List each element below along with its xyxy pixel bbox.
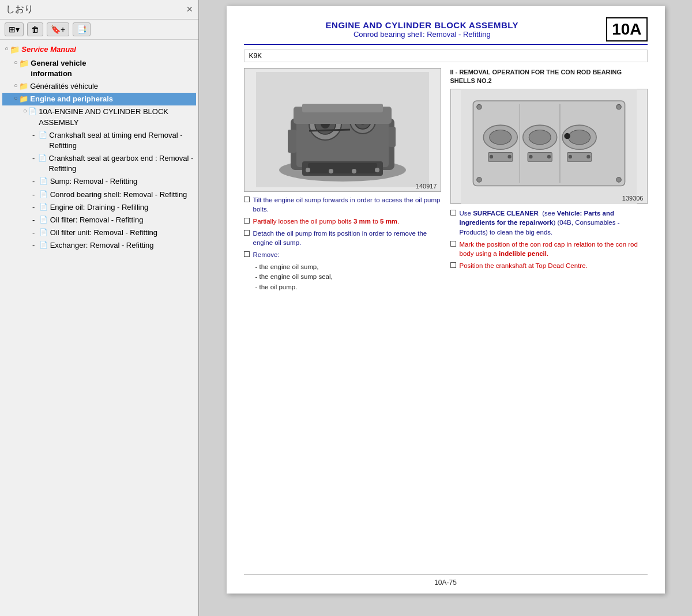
- left-image-caption: 140917: [416, 183, 437, 190]
- bookmark-button[interactable]: 📑: [73, 22, 91, 36]
- svg-point-27: [529, 130, 551, 145]
- svg-point-19: [329, 169, 333, 173]
- spacer: -: [32, 190, 39, 200]
- sub-item-2: - the engine oil sump seal,: [244, 272, 441, 282]
- svg-point-20: [352, 169, 356, 173]
- svg-rect-16: [288, 130, 296, 153]
- spacer: -: [32, 215, 39, 225]
- spacer: -: [32, 176, 39, 187]
- sidebar-item-engine-oil[interactable]: - 📄 Engine oil: Draining - Refilling: [2, 201, 196, 214]
- section-badge: 10A: [606, 17, 647, 41]
- expand-icon: ○: [5, 44, 9, 53]
- sidebar-item-label: Exchanger: Removal - Refitting: [50, 240, 154, 251]
- left-column: 140917 Tilt the engine oil sump forwards…: [244, 68, 441, 292]
- svg-point-29: [568, 130, 590, 145]
- svg-rect-15: [308, 163, 377, 173]
- sidebar-item-label: Engine oil: Draining - Refilling: [50, 202, 149, 213]
- svg-point-39: [564, 133, 570, 139]
- spacer: -: [32, 240, 39, 251]
- delete-button[interactable]: 🗑: [27, 22, 43, 36]
- sidebar-item-exchanger[interactable]: - 📄 Exchanger: Removal - Refitting: [2, 239, 196, 252]
- spacer: -: [32, 153, 38, 164]
- page-main-title: ENGINE AND CYLINDER BLOCK ASSEMBLY: [244, 20, 601, 30]
- left-bullet-1: Tilt the engine oil sump forwards in ord…: [244, 195, 441, 214]
- sidebar-tree[interactable]: ○ 📁 Service Manual ○ 📁 General vehiclein…: [0, 40, 198, 616]
- right-bullet-3: Position the crankshaft at Top Dead Cent…: [450, 261, 648, 270]
- page-sub-title: Conrod bearing shell: Removal - Refittin…: [244, 30, 601, 39]
- bullet-checkbox: [244, 196, 250, 202]
- left-engine-svg: [245, 72, 441, 187]
- bullet-text: Partially loosen the oil pump bolts 3 mm…: [253, 217, 400, 226]
- bullet-checkbox: [244, 251, 250, 257]
- right-bullet-1: Use SURFACE CLEANER (see Vehicle: Parts …: [450, 209, 648, 236]
- page-icon: 📄: [39, 228, 48, 237]
- bullet-checkbox: [450, 210, 456, 216]
- sidebar-item-sump[interactable]: - 📄 Sump: Removal - Refitting: [2, 175, 196, 188]
- bullet-checkbox: [450, 241, 456, 247]
- sidebar-item-engine-peripherals[interactable]: ○ 📁 Engine and peripherals: [2, 93, 196, 105]
- sidebar-item-10a-engine[interactable]: ○ 📄 10A-ENGINE AND CYLINDER BLOCK ASSEMB…: [2, 105, 196, 129]
- sidebar-item-general-vehicle[interactable]: ○ 📁 General vehicleinformation: [2, 57, 196, 80]
- sidebar-item-label: Crankshaft seal at timing end Removal - …: [49, 130, 194, 151]
- svg-point-45: [616, 177, 620, 182]
- sidebar-header: しおり ×: [0, 0, 198, 20]
- sidebar-item-label: 10A-ENGINE AND CYLINDER BLOCK ASSEMBLY: [39, 107, 194, 127]
- right-section-header: II - REMOVAL OPERATION FOR THE CON ROD B…: [450, 68, 648, 86]
- sidebar-item-label: Sump: Removal - Refitting: [50, 176, 138, 187]
- sidebar-item-label: Oil filter: Removal - Refitting: [50, 215, 144, 225]
- page-icon: 📄: [39, 240, 48, 250]
- svg-point-34: [529, 155, 532, 158]
- sidebar-item-crankshaft-gearbox[interactable]: - 📄 Crankshaft seal at gearbox end : Rem…: [2, 152, 196, 175]
- svg-point-43: [616, 105, 620, 109]
- svg-point-21: [375, 168, 379, 172]
- bullet-text: Position the crankshaft at Top Dead Cent…: [460, 261, 588, 270]
- sidebar-item-label: Service Manual: [21, 44, 76, 55]
- sub-item-3: - the oil pump.: [244, 282, 441, 292]
- bullet-checkbox: [244, 230, 250, 236]
- right-column: II - REMOVAL OPERATION FOR THE CON ROD B…: [450, 68, 648, 292]
- sidebar-item-generalites[interactable]: ○ 📁 Généralités véhicule: [2, 80, 196, 93]
- svg-point-44: [476, 177, 481, 182]
- sidebar-item-oil-filter[interactable]: - 📄 Oil filter: Removal - Refitting: [2, 214, 196, 226]
- page-header-title-block: ENGINE AND CYLINDER BLOCK ASSEMBLY Conro…: [244, 20, 601, 39]
- page-icon: 📄: [39, 202, 48, 212]
- bullet-text: Detach the oil pump from its position in…: [253, 229, 441, 247]
- page-icon: 📄: [28, 107, 37, 116]
- sidebar: しおり × ⊞▾ 🗑 🔖+ 📑 ○ 📁 Service Manual ○ 📁 G…: [0, 0, 199, 616]
- sidebar-item-oil-filter-unit[interactable]: - 📄 Oil filter unit: Removal - Refitting: [2, 226, 196, 239]
- svg-point-42: [476, 105, 481, 109]
- svg-rect-13: [302, 104, 383, 112]
- sidebar-item-label: Oil filter unit: Removal - Refitting: [50, 228, 157, 238]
- engine-code-bar: K9K: [244, 50, 648, 62]
- close-icon[interactable]: ×: [186, 3, 193, 16]
- right-engine-svg: [451, 89, 647, 204]
- folder-icon: 📁: [19, 58, 29, 70]
- sidebar-item-crankshaft-timing[interactable]: - 📄 Crankshaft seal at timing end Remova…: [2, 129, 196, 152]
- bullet-text: Tilt the engine oil sump forwards in ord…: [253, 195, 441, 214]
- sidebar-item-service-manual[interactable]: ○ 📁 Service Manual: [2, 43, 196, 57]
- bullet-text: Mark the position of the con rod cap in …: [460, 240, 648, 258]
- folder-icon: 📁: [10, 44, 20, 56]
- svg-line-11: [309, 130, 350, 131]
- sidebar-item-label: Conrod bearing shell: Removal - Refittin…: [50, 190, 187, 200]
- page-icon: 📄: [39, 176, 48, 186]
- svg-point-18: [306, 168, 310, 172]
- page-header: ENGINE AND CYLINDER BLOCK ASSEMBLY Conro…: [244, 17, 648, 41]
- svg-point-31: [489, 155, 492, 158]
- page-icon: 📄: [39, 215, 48, 225]
- grid-button[interactable]: ⊞▾: [5, 22, 24, 36]
- sidebar-item-conrod[interactable]: - 📄 Conrod bearing shell: Removal - Refi…: [2, 188, 196, 201]
- right-engine-image: 139306: [450, 89, 648, 204]
- sidebar-item-label: General vehicleinformation: [31, 58, 86, 79]
- bookmark-add-button[interactable]: 🔖+: [47, 22, 69, 36]
- svg-point-32: [507, 155, 511, 158]
- svg-point-35: [547, 155, 550, 158]
- spacer: -: [32, 228, 39, 238]
- bullet-checkbox: [450, 262, 456, 268]
- expand-icon: ○: [23, 107, 27, 115]
- svg-point-37: [568, 155, 571, 158]
- svg-point-38: [586, 155, 590, 158]
- expand-icon: ○: [14, 94, 18, 103]
- left-bullet-4: Remove:: [244, 250, 441, 259]
- page-icon: 📄: [38, 153, 47, 163]
